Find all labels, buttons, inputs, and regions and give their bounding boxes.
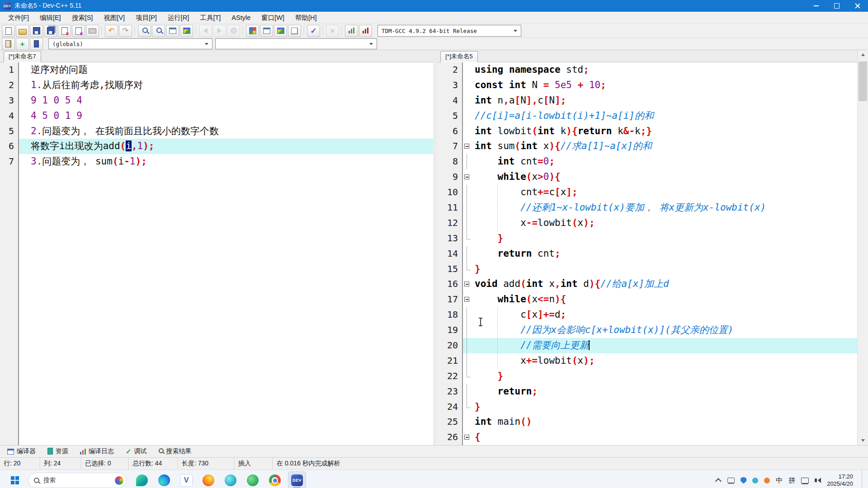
globals-select[interactable]: (globals) [48,38,212,49]
code-line-10[interactable]: 10 cnt+=c[x]; [437,185,857,200]
line-number[interactable]: 22 [437,369,462,384]
replace-button[interactable] [152,25,165,37]
line-number[interactable]: 26 [437,430,462,445]
delete-profiling-button[interactable] [359,25,372,37]
line-number[interactable]: 19 [437,323,462,338]
code-line-3[interactable]: 39 1 0 5 4 [0,93,433,108]
start-button[interactable] [6,471,24,488]
line-number[interactable]: 8 [437,154,462,169]
open-file-button[interactable] [16,25,29,37]
fold-collapse-icon[interactable] [463,169,472,185]
left-editor-tab[interactable]: [*]未命名7 [4,51,41,62]
fold-collapse-icon[interactable] [463,292,472,307]
line-number[interactable]: 4 [437,93,462,108]
taskbar-app-swallow[interactable] [133,471,151,488]
code-line-4[interactable]: 4int n,a[N],c[N]; [437,93,857,108]
minimize-button[interactable] [806,0,826,12]
tray-overflow-chevron-icon[interactable] [715,478,722,484]
code-line-7[interactable]: 7int sum(int x){//求a[1]~a[x]的和 [437,139,857,154]
display-icon[interactable] [801,478,809,483]
project-window-button[interactable] [260,25,273,37]
code-line-4[interactable]: 44 5 0 1 9 [0,108,433,124]
right-editor[interactable]: 2using namespace std;3const int N = 5e5 … [437,62,857,445]
code-line-2[interactable]: 21.从后往前考虑,找顺序对 [0,78,433,93]
code-line-3[interactable]: 3const int N = 5e5 + 10; [437,78,857,93]
taskbar-clock[interactable]: 17:20 2025/4/20 [827,473,853,488]
line-number[interactable]: 13 [437,231,462,246]
fold-collapse-icon[interactable] [463,430,472,445]
code-line-11[interactable]: 11 //还剩1~x-lowbit(x)要加， 将x更新为x-lowbit(x) [437,200,857,216]
line-number[interactable]: 24 [437,399,462,415]
line-number[interactable]: 5 [437,108,462,124]
code-line-22[interactable]: 22 } [437,369,857,384]
menu-item-1[interactable]: 编辑[E] [34,12,66,23]
tab-compile-log[interactable]: 编译日志 [75,446,118,457]
code-line-15[interactable]: 15} [437,262,857,277]
line-number[interactable]: 6 [437,124,462,139]
taskbar-search-box[interactable]: 搜索 [28,473,127,488]
line-number[interactable]: 11 [437,200,462,216]
add-bookmark-button[interactable]: + [16,38,29,50]
scroll-up-button[interactable] [858,50,868,59]
find-button[interactable] [138,25,151,37]
line-number[interactable]: 17 [437,292,462,307]
code-line-6[interactable]: 6int lowbit(int k){return k&-k;} [437,124,857,139]
code-line-21[interactable]: 21 x+=lowbit(x); [437,353,857,369]
code-line-5[interactable]: 5//c[i]=a[i-lowbit(i)+1]~a[i]的和 [437,108,857,124]
print-button[interactable] [86,25,99,37]
window-layout-button[interactable] [288,25,301,37]
line-number[interactable]: 1 [0,62,18,78]
menu-item-2[interactable]: 搜索[S] [66,12,99,23]
line-number[interactable]: 2 [437,62,462,78]
close-file-button[interactable] [58,25,71,37]
close-button[interactable] [847,0,868,12]
menu-item-4[interactable]: 项目[P] [130,12,162,23]
menu-item-8[interactable]: 窗口[W] [256,12,290,23]
line-number[interactable]: 21 [437,353,462,369]
tab-compiler[interactable]: 编译器 [3,446,40,457]
line-number[interactable]: 20 [437,338,462,353]
code-line-13[interactable]: 13 } [437,231,857,246]
code-line-1[interactable]: 1逆序对的问题 [0,62,433,78]
code-line-24[interactable]: 24} [437,399,857,415]
tray-app-icon-2[interactable] [764,478,770,483]
redo-button[interactable]: ↷ [119,25,132,37]
new-project-button[interactable] [246,25,259,37]
line-number[interactable]: 7 [437,139,462,154]
line-number[interactable]: 2 [0,78,18,93]
code-line-5[interactable]: 52.问题变为， 在我前面且比我小的数字个数 [0,124,433,139]
taskbar-app-wechat[interactable] [244,471,262,488]
code-line-12[interactable]: 12 x-=lowbit(x); [437,216,857,231]
scroll-down-button[interactable] [858,436,868,445]
save-all-button[interactable] [44,25,57,37]
line-number[interactable]: 6 [0,139,18,154]
taskbar-app-edge[interactable] [155,471,173,488]
line-number[interactable]: 5 [0,124,18,139]
code-line-7[interactable]: 73.问题变为， sum(i-1); [0,154,433,169]
line-number[interactable]: 12 [437,216,462,231]
left-editor[interactable]: 1逆序对的问题21.从后往前考虑,找顺序对39 1 0 5 444 5 0 1 … [0,62,433,445]
goto-function-button[interactable] [2,38,15,50]
taskbar-app-devcpp[interactable] [288,471,306,488]
line-number[interactable]: 25 [437,414,462,430]
new-file-button[interactable] [2,25,15,37]
line-number[interactable]: 16 [437,277,462,292]
line-number[interactable]: 14 [437,246,462,262]
ime-pinyin-indicator[interactable]: 拼 [788,476,795,485]
code-line-14[interactable]: 14 return cnt; [437,246,857,262]
stop-button[interactable]: × [326,25,339,37]
tray-device-icon[interactable] [727,478,735,483]
line-number[interactable]: 4 [0,108,18,124]
line-number[interactable]: 7 [0,154,18,169]
menu-item-7[interactable]: AStyle [226,12,256,23]
taskbar-app-firefox[interactable] [199,471,217,488]
code-line-20[interactable]: 20 //需要向上更新 [437,338,857,353]
save-button[interactable] [30,25,43,37]
scrollbar-track[interactable] [858,59,868,436]
goto-line-button[interactable] [166,25,179,37]
code-line-18[interactable]: 18 c[x]+=d; [437,307,857,323]
menu-item-6[interactable]: 工具[T] [194,12,226,23]
taskbar-app-browser[interactable] [222,471,240,488]
code-line-9[interactable]: 9 while(x>0){ [437,169,857,185]
close-all-button[interactable] [72,25,85,37]
